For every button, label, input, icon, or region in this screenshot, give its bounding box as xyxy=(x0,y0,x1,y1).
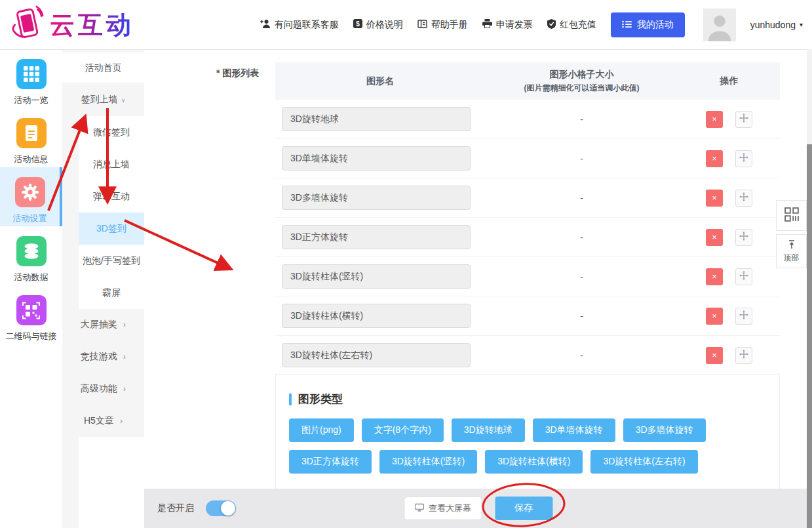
back-to-top-button[interactable]: 顶部 xyxy=(776,234,807,268)
delete-row-button[interactable] xyxy=(706,190,723,207)
table-row: - xyxy=(275,100,780,139)
menu-group-item-1[interactable]: 竞技游戏 xyxy=(62,340,144,373)
shape-name-input[interactable] xyxy=(282,107,471,131)
header-cell-size-title: 图形小格子大小 xyxy=(485,69,678,81)
row-operations xyxy=(678,308,780,325)
header-cell-size: 图形小格子大小 (图片需精细化可以适当调小此值) xyxy=(485,69,678,94)
shape-type-button[interactable]: 图片(png) xyxy=(289,418,354,442)
shape-type-button[interactable]: 文字(8个字内) xyxy=(362,418,444,442)
document-icon xyxy=(16,118,47,148)
move-row-button[interactable] xyxy=(735,308,752,325)
delete-row-button[interactable] xyxy=(706,268,723,285)
shape-type-button[interactable]: 3D旋转柱体(左右转) xyxy=(590,450,697,474)
shape-name-input[interactable] xyxy=(282,225,471,249)
move-icon xyxy=(739,232,748,243)
sidebar-item-4[interactable]: 二维码与链接 xyxy=(0,285,62,344)
menu-sub-item-3[interactable]: 3D签到 xyxy=(79,213,144,245)
view-big-screen-button[interactable]: 查看大屏幕 xyxy=(404,497,482,520)
nav-label: 帮助手册 xyxy=(431,19,468,31)
menu-sub-item-4[interactable]: 泡泡/手写签到 xyxy=(79,245,144,277)
logo[interactable]: 云互动 xyxy=(8,5,134,45)
shape-type-button[interactable]: 3D正方体旋转 xyxy=(289,450,372,474)
sidebar-item-0[interactable]: 活动一览 xyxy=(0,49,62,108)
shape-type-buttons-row1: 图片(png)文字(8个字内)3D旋转地球3D单墙体旋转3D多墙体旋转 xyxy=(289,418,766,442)
chevron-right-icon xyxy=(120,416,123,426)
sidebar-item-label: 活动设置 xyxy=(13,213,47,224)
monitor-icon xyxy=(414,503,424,514)
my-activities-button[interactable]: 我的活动 xyxy=(611,12,685,37)
title-accent-bar xyxy=(289,394,292,405)
row-operations xyxy=(678,111,780,128)
move-row-button[interactable] xyxy=(735,347,752,364)
floating-qr-button[interactable] xyxy=(776,200,807,231)
shape-type-title-row: 图形类型 xyxy=(289,392,779,407)
enable-toggle[interactable] xyxy=(206,500,236,516)
shape-name-input[interactable] xyxy=(282,264,471,289)
nav-label: 有问题联系客服 xyxy=(275,19,339,31)
table-row: - xyxy=(275,257,780,296)
delete-row-button[interactable] xyxy=(706,229,723,246)
move-row-button[interactable] xyxy=(735,111,752,128)
shape-table-header: 图形名 图形小格子大小 (图片需精细化可以适当调小此值) 操作 xyxy=(275,62,780,100)
menu-sub-item-0[interactable]: 微信签到 xyxy=(79,116,144,148)
shape-name-cell xyxy=(275,264,485,289)
move-icon xyxy=(739,310,748,321)
nav-contact-service[interactable]: 有问题联系客服 xyxy=(260,19,339,31)
chevron-right-icon xyxy=(123,384,126,394)
shape-type-button[interactable]: 3D旋转柱体(竖转) xyxy=(379,450,477,474)
delete-row-button[interactable] xyxy=(706,347,723,364)
menu-item-home[interactable]: 活动首页 xyxy=(62,52,144,83)
chevron-right-icon xyxy=(123,352,126,361)
nav-pricing[interactable]: $ 价格说明 xyxy=(353,19,403,31)
menu-sub-item-2[interactable]: 弹幕互动 xyxy=(79,180,144,213)
cell-size-value: - xyxy=(485,193,678,203)
move-row-button[interactable] xyxy=(735,229,752,246)
sidebar-item-1[interactable]: 活动信息 xyxy=(0,108,62,167)
user-dropdown[interactable]: yunhudong ▾ xyxy=(750,20,803,30)
database-icon xyxy=(16,236,47,266)
shape-type-button[interactable]: 3D单墙体旋转 xyxy=(533,418,615,442)
shape-name-input[interactable] xyxy=(282,304,471,328)
menu-group-item-label: H5文章 xyxy=(84,415,114,426)
delete-row-button[interactable] xyxy=(706,111,723,128)
menu-sub-item-5[interactable]: 霸屏 xyxy=(79,277,144,309)
nav-manual[interactable]: 帮助手册 xyxy=(417,19,468,31)
shape-name-input[interactable] xyxy=(282,146,471,171)
move-icon xyxy=(739,113,748,125)
move-row-button[interactable] xyxy=(735,150,752,167)
save-button[interactable]: 保存 xyxy=(495,497,552,520)
menu-group-item-0[interactable]: 大屏抽奖 xyxy=(62,308,144,340)
shape-name-input[interactable] xyxy=(282,186,471,210)
shape-type-button[interactable]: 3D旋转柱体(横转) xyxy=(485,450,583,474)
menu-group-item-3[interactable]: H5文章 xyxy=(62,405,144,437)
move-icon xyxy=(739,350,748,361)
menu-bottom-panel xyxy=(79,437,144,528)
sidebar-item-2[interactable]: 活动设置 xyxy=(0,167,62,226)
scrollbar-thumb[interactable] xyxy=(807,144,812,528)
menu-group-label: 签到上墙 xyxy=(81,94,118,104)
sidebar-item-3[interactable]: 活动数据 xyxy=(0,226,62,285)
cell-size-value: - xyxy=(485,350,678,361)
delete-row-button[interactable] xyxy=(706,150,723,167)
chevron-down-icon xyxy=(121,97,126,104)
menu-sub-item-1[interactable]: 消息上墙 xyxy=(79,148,144,180)
shape-type-button[interactable]: 3D旋转地球 xyxy=(452,418,525,442)
shape-name-input[interactable] xyxy=(282,343,471,367)
delete-row-button[interactable] xyxy=(706,308,723,325)
menu-group-signin-wall[interactable]: 签到上墙 xyxy=(62,83,144,115)
move-row-button[interactable] xyxy=(735,268,752,285)
table-row: - xyxy=(275,139,780,178)
svg-text:$: $ xyxy=(356,20,360,28)
cell-size-value: - xyxy=(485,153,678,164)
move-icon xyxy=(739,192,748,203)
footer-bar: 是否开启 查看大屏幕 保存 xyxy=(144,489,812,528)
shape-type-button[interactable]: 3D多墙体旋转 xyxy=(623,418,706,442)
footer-buttons: 查看大屏幕 保存 xyxy=(404,497,552,520)
nav-invoice[interactable]: 申请发票 xyxy=(482,19,533,31)
menu-group-item-2[interactable]: 高级功能 xyxy=(62,373,144,405)
move-row-button[interactable] xyxy=(735,190,752,207)
cell-size-value: - xyxy=(485,232,678,243)
menu-group-item-label: 竞技游戏 xyxy=(81,351,117,361)
scrollbar-track[interactable] xyxy=(807,49,812,528)
nav-recharge[interactable]: 红包充值 xyxy=(547,19,596,31)
